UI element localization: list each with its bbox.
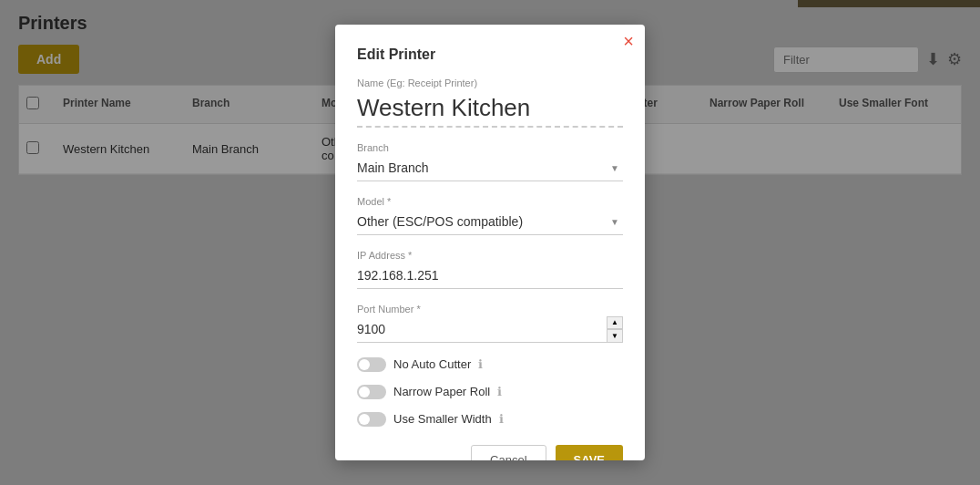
branch-label: Branch [357,142,623,153]
narrow-paper-roll-label: Narrow Paper Roll [393,385,490,398]
modal-overlay: × Edit Printer Name (Eg: Receipt Printer… [0,0,980,485]
branch-select-wrapper: Main Branch [357,155,623,181]
port-number-input[interactable] [357,316,623,343]
model-select[interactable]: Other (ESC/POS compatible) [357,209,623,235]
modal-close-button[interactable]: × [623,32,634,50]
edit-printer-modal: × Edit Printer Name (Eg: Receipt Printer… [335,25,645,461]
no-auto-cutter-toggle[interactable] [357,357,386,372]
port-decrement-button[interactable]: ▼ [607,329,623,343]
narrow-paper-roll-toggle[interactable] [357,385,386,399]
model-label: Model * [357,196,623,207]
narrow-paper-roll-info-icon[interactable]: ℹ [497,385,502,398]
cancel-button[interactable]: Cancel [471,445,546,461]
name-field-group: Name (Eg: Receipt Printer) [357,77,623,128]
ip-address-input[interactable] [357,263,623,289]
port-input-wrapper: ▲ ▼ [357,316,623,343]
no-auto-cutter-info-icon[interactable]: ℹ [478,357,483,371]
use-smaller-width-info-icon[interactable]: ℹ [499,412,504,426]
branch-field-group: Branch Main Branch [357,142,623,181]
modal-footer: Cancel SAVE [357,445,623,461]
name-label: Name (Eg: Receipt Printer) [357,77,623,88]
port-label: Port Number * [357,304,623,315]
use-smaller-width-slider [357,412,386,427]
use-smaller-width-toggle[interactable] [357,412,386,427]
use-smaller-width-toggle-row: Use Smaller Width ℹ [357,412,623,427]
no-auto-cutter-label: No Auto Cutter [393,357,471,371]
no-auto-cutter-toggle-row: No Auto Cutter ℹ [357,357,623,372]
branch-select[interactable]: Main Branch [357,155,623,181]
modal-title: Edit Printer [357,46,623,63]
model-select-wrapper: Other (ESC/POS compatible) [357,209,623,235]
port-spinner: ▲ ▼ [607,316,623,343]
printer-name-input[interactable] [357,90,623,128]
narrow-paper-roll-slider [357,385,386,399]
no-auto-cutter-slider [357,357,386,372]
narrow-paper-roll-toggle-row: Narrow Paper Roll ℹ [357,385,623,399]
model-field-group: Model * Other (ESC/POS compatible) [357,196,623,235]
port-increment-button[interactable]: ▲ [607,316,623,330]
use-smaller-width-label: Use Smaller Width [393,412,492,426]
port-field-group: Port Number * ▲ ▼ [357,304,623,343]
save-button[interactable]: SAVE [556,445,623,461]
ip-label: IP Address * [357,250,623,261]
ip-field-group: IP Address * [357,250,623,289]
